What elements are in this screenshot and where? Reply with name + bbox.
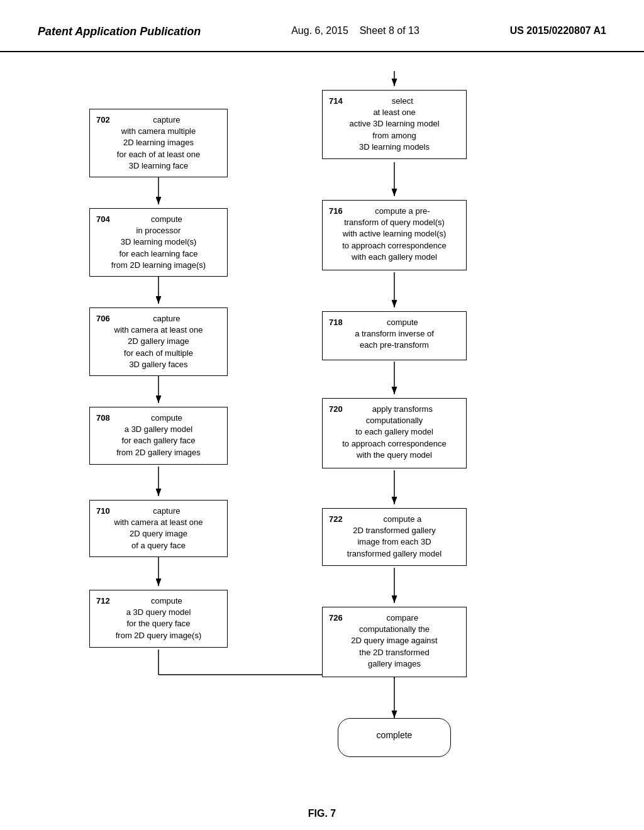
- box-726-num: 726: [329, 612, 343, 624]
- box-708-text: computea 3D gallery modelfor each galler…: [116, 413, 201, 457]
- figure-caption: FIG. 7: [52, 808, 592, 819]
- box-720-num: 720: [329, 404, 343, 415]
- box-716-text: compute a pre-transform of query model(s…: [342, 206, 447, 262]
- publication-title: Patent Application Publication: [38, 25, 201, 38]
- box-710-text: capturewith camera at least one2D query …: [114, 506, 203, 550]
- box-720-text: apply transformscomputationallyto each g…: [342, 404, 447, 460]
- box-706: 706 capturewith camera at least one2D ga…: [89, 307, 228, 376]
- sheet-info: Sheet 8 of 13: [360, 25, 419, 36]
- diagram-area: 702 capturewith camera multiple2D learni…: [0, 52, 644, 819]
- box-706-num: 706: [96, 313, 110, 324]
- terminal-text: complete: [377, 730, 413, 740]
- box-704: 704 computein processor3D learning model…: [89, 208, 228, 277]
- box-716-num: 716: [329, 206, 343, 217]
- box-712-num: 712: [96, 595, 110, 607]
- box-722-num: 722: [329, 514, 343, 525]
- box-702: 702 capturewith camera multiple2D learni…: [89, 109, 228, 177]
- box-718: 718 computea transform inverse ofeach pr…: [322, 311, 467, 360]
- box-710-num: 710: [96, 506, 110, 517]
- box-726-text: comparecomputationally the2D query image…: [351, 613, 437, 668]
- box-714: 714 selectat least oneactive 3D learning…: [322, 90, 467, 159]
- box-712: 712 computea 3D query modelfor the query…: [89, 590, 228, 648]
- box-722-text: compute a2D transformed galleryimage fro…: [347, 514, 441, 558]
- header: Patent Application Publication Aug. 6, 2…: [0, 0, 644, 52]
- patent-number: US 2015/0220807 A1: [510, 25, 606, 36]
- box-708: 708 computea 3D gallery modelfor each ga…: [89, 407, 228, 465]
- terminal-complete: complete: [338, 718, 451, 757]
- box-726: 726 comparecomputationally the2D query i…: [322, 607, 467, 677]
- box-714-text: selectat least oneactive 3D learning mod…: [349, 96, 439, 152]
- box-720: 720 apply transformscomputationallyto ea…: [322, 398, 467, 468]
- box-706-text: capturewith camera at least one2D galler…: [114, 314, 203, 369]
- page: Patent Application Publication Aug. 6, 2…: [0, 0, 644, 830]
- header-center: Aug. 6, 2015 Sheet 8 of 13: [291, 25, 419, 36]
- box-704-text: computein processor3D learning model(s)f…: [111, 214, 206, 270]
- box-704-num: 704: [96, 214, 110, 225]
- box-718-text: computea transform inverse ofeach pre-tr…: [355, 318, 434, 350]
- box-710: 710 capturewith camera at least one2D qu…: [89, 500, 228, 557]
- box-712-text: computea 3D query modelfor the query fac…: [116, 596, 202, 640]
- box-722: 722 compute a2D transformed galleryimage…: [322, 508, 467, 566]
- box-714-num: 714: [329, 96, 343, 107]
- box-702-text: capturewith camera multiple2D learning i…: [117, 115, 200, 170]
- box-716: 716 compute a pre-transform of query mod…: [322, 200, 467, 270]
- publication-date: Aug. 6, 2015: [291, 25, 348, 36]
- flowchart: 702 capturewith camera multiple2D learni…: [52, 71, 592, 794]
- box-708-num: 708: [96, 412, 110, 424]
- box-702-num: 702: [96, 114, 110, 126]
- box-718-num: 718: [329, 317, 343, 328]
